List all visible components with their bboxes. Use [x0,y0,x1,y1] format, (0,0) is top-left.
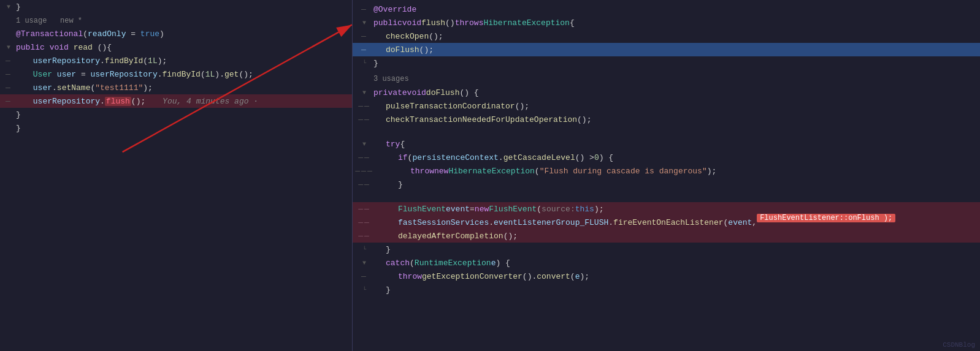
code-line: ▼ } [0,0,352,13]
var-name: userRepository [33,56,100,66]
watermark: CSDNBlog [943,341,975,349]
gutter: └ [355,285,373,294]
do-flush-signature-line: ▼ private void doFlush () { [353,86,980,99]
gutter: ▼ [2,43,15,51]
fold-icon[interactable]: ▼ [4,43,13,51]
fold-end-icon[interactable]: └ [360,59,369,67]
gutter: ▼ [355,18,373,27]
throw-line: ——— throw new HibernateException ( "Flus… [353,164,980,178]
line-content: userRepository.flush(); You, 4 minutes a… [15,97,352,106]
usage-line: 1 usage new * [0,13,352,27]
line-content: 1 usage new * [15,16,352,25]
code-line: — user.setName("test1111"); [0,81,352,94]
gutter: — [355,5,373,14]
gutter: ▼ [355,259,373,267]
close-catch-brace: └ } [353,283,980,296]
gutter: ——— [355,167,373,176]
gutter: — [2,97,15,106]
code-line: — User user = userRepository.findById(1L… [0,67,352,81]
gutter: — [355,32,373,41]
dash-line: — [361,5,366,14]
gutter: —— [355,232,373,241]
gutter: — [2,83,15,92]
line-content: User user = userRepository.findById(1L).… [15,70,352,79]
empty-line-r [353,126,980,137]
fire-event-line: —— fastSessionServices . eventListenerGr… [353,216,980,229]
pulse-line: —— pulseTransactionCoordinator(); [353,99,980,113]
line-content: user.setName("test1111"); [15,83,352,92]
gutter: —— [355,218,373,227]
dash-line: — [361,32,366,41]
gutter: — [355,45,373,55]
usage-count-line-r: 3 usages [353,72,980,86]
method-signature-line: ▼ public void read (){ [0,40,352,54]
type-token: User [33,70,52,79]
gutter: └ [355,59,373,67]
flush-call-line: — userRepository.flush(); You, 4 minutes… [0,94,352,108]
gutter: — [2,70,15,79]
line-content: public void read (){ [15,43,352,52]
dash-line: — [6,70,10,79]
left-code-panel: ▼ } 1 usage new * @Transactional(readOnl… [0,0,353,351]
annotation-override: @Override [373,5,416,14]
dash-line: — [6,83,10,92]
line-content: @Transactional(readOnly = true) [15,29,352,39]
gutter: ▼ [355,88,373,97]
gutter: —— [355,153,373,162]
fold-icon-2[interactable]: ▼ [360,88,369,97]
fold-icon[interactable]: ▼ [4,2,13,11]
usage-count-3: 3 usages [373,75,409,83]
close-brace-line-2: } [0,121,352,135]
check-open-line: — checkOpen(); [353,29,980,43]
fold-try-icon[interactable]: ▼ [360,140,369,148]
line-content: } [15,2,352,12]
dash-line: — [6,97,10,106]
catch-line: ▼ catch ( RuntimeException e ) { [353,256,980,270]
close-brace-line: } [0,108,352,121]
gutter: —— [355,115,373,124]
gutter: — [355,272,373,281]
usage-count: 1 usage new * [16,17,82,25]
throw-convert-line: — throw getExceptionConverter (). conver… [353,270,980,283]
override-annotation-line: — @Override [353,2,980,16]
gutter: —— [355,180,373,189]
close-try-brace: └ } [353,243,980,256]
try-line: ▼ try { [353,137,980,151]
gutter: —— [355,102,373,111]
gutter: ▼ [2,2,15,11]
dash-line: — [6,56,10,66]
dash-line: — [361,45,366,55]
fold-catch-icon[interactable]: ▼ [360,259,369,267]
gutter: └ [355,245,373,254]
delayed-line: —— delayedAfterCompletion(); [353,229,980,243]
line-content: } [15,124,352,133]
flush-method: flush [105,97,131,106]
gutter: ▼ [355,140,373,148]
git-blame: You, 4 minutes ago · [163,97,258,106]
left-code-area: ▼ } 1 usage new * @Transactional(readOnl… [0,0,352,135]
if-cascade-line: —— if ( persistenceContext . getCascadeL… [353,151,980,164]
empty-line-r2 [353,191,980,202]
gutter: —— [355,205,373,214]
keyword-void: void [50,43,69,52]
overflow-badge: FlushEventListener::onFlush ); [757,214,895,222]
fold-icon[interactable]: ▼ [360,18,369,27]
flush-signature-line: ▼ public void flush () throws HibernateE… [353,16,980,29]
check-tx-line: —— checkTransactionNeededForUpdateOperat… [353,113,980,126]
code-line: — userRepository.findById(1L); [0,54,352,67]
annotation-token: @Transactional [16,29,83,39]
close-if-brace: —— } [353,178,980,191]
line-content: } [15,110,352,119]
do-flush-line: — doFlush(); [353,43,980,56]
annotation-line: @Transactional(readOnly = true) [0,27,352,40]
close-brace-r1: └ } [353,56,980,70]
gutter: — [2,56,15,66]
right-code-area: — @Override ▼ public void flush () throw… [353,0,980,296]
right-code-panel: — @Override ▼ public void flush () throw… [353,0,980,351]
method-name: read [74,43,93,52]
line-content: userRepository.findById(1L); [15,56,352,66]
keyword-public: public [16,43,45,52]
